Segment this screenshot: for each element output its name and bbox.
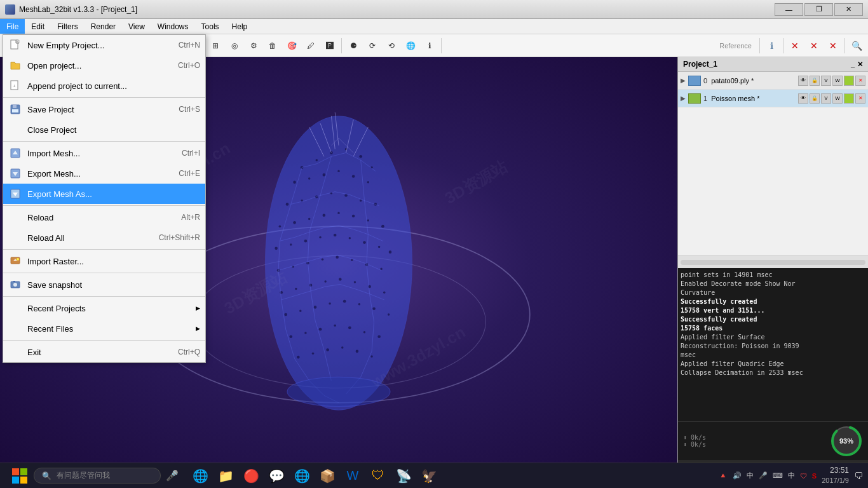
menu-recent-projects[interactable]: Recent Projects <box>3 298 205 318</box>
export-mesh-label: Export Mesh... <box>27 169 179 179</box>
menu-save-project[interactable]: Save Project Ctrl+S <box>3 99 205 119</box>
taskbar-system: 🔺 🔊 中 🎤 ⌨ 中 🛡 S 23:51 2017/1/9 🗨 <box>719 465 863 485</box>
toolbar-btn-14[interactable]: 🖊 <box>302 37 320 55</box>
toolbar-btn-11[interactable]: ⚙ <box>245 37 262 55</box>
menu-reload[interactable]: Reload Alt+R <box>3 207 205 227</box>
download-speed: ⬇ 0k/s <box>683 441 825 448</box>
layer-color-1[interactable] <box>844 93 854 104</box>
toolbar-info[interactable]: ℹ <box>763 37 780 55</box>
log-line-6: Applied filter Quadric EdgeCollapse Deci… <box>681 360 865 377</box>
save-project-label: Save Project <box>27 105 179 114</box>
layer-wire-1[interactable]: W <box>832 93 843 104</box>
svg-point-33 <box>319 236 321 238</box>
menu-windows[interactable]: Windows <box>151 19 195 34</box>
svg-rect-111 <box>13 281 15 282</box>
layer-vert-0[interactable]: V <box>821 76 831 86</box>
open-project-label: Open project... <box>27 61 178 71</box>
layer-expand-0: ▶ <box>681 77 688 84</box>
toolbar-delete-1[interactable]: ✕ <box>786 37 804 55</box>
menu-edit[interactable]: Edit <box>25 19 51 34</box>
layer-del-1[interactable]: ✕ <box>855 93 865 104</box>
toolbar-btn-12[interactable]: 🗑 <box>264 37 281 55</box>
toolbar-btn-17[interactable]: ⟳ <box>363 37 381 55</box>
panel-scrollbar[interactable] <box>678 255 868 268</box>
window-controls: — ❐ ✕ <box>775 3 863 16</box>
panel-close-btn[interactable]: ✕ <box>857 60 863 69</box>
svg-text:+: + <box>13 83 16 89</box>
layer-eye-0[interactable]: 👁 <box>798 76 808 86</box>
taskbar-app5[interactable]: 🦅 <box>417 464 440 487</box>
layer-item-0[interactable]: ▶ 0 patato09.ply * 👁 🔒 V W ✕ <box>678 72 868 90</box>
toolbar-delete-2[interactable]: ✕ <box>805 37 823 55</box>
taskbar-mic[interactable]: 🎤 <box>161 464 184 487</box>
menu-new-empty-project[interactable]: New Empty Project... Ctrl+N <box>3 35 205 55</box>
taskbar-notif[interactable]: 🗨 <box>854 471 863 481</box>
toolbar-btn-16[interactable]: ⚈ <box>344 37 362 55</box>
layer-color-0[interactable] <box>844 76 854 86</box>
titlebar-left: MeshLab_32bit v1.3.3 - [Project_1] <box>5 4 137 15</box>
minimize-button[interactable]: — <box>775 3 803 16</box>
save-snapshot-label: Save snapshot <box>27 280 200 290</box>
taskbar-vpn[interactable]: 🛡 <box>367 464 390 487</box>
toolbar-btn-18[interactable]: ⟲ <box>383 37 400 55</box>
toolbar-btn-20[interactable]: ℹ <box>421 37 438 55</box>
taskbar-chrome[interactable]: 🌐 <box>290 464 313 487</box>
start-button[interactable] <box>5 464 34 487</box>
menu-append-project[interactable]: + Append project to current... <box>3 76 205 96</box>
svg-point-24 <box>308 218 310 220</box>
menu-import-raster[interactable]: Import Raster... <box>3 251 205 271</box>
file-dropdown-menu: New Empty Project... Ctrl+N Open project… <box>3 34 206 363</box>
layer-lock-1[interactable]: 🔒 <box>810 93 820 104</box>
menu-open-project[interactable]: Open project... Ctrl+O <box>3 55 205 76</box>
menu-close-project[interactable]: Close Project <box>3 119 205 140</box>
menu-export-mesh-as[interactable]: Export Mesh As... <box>3 184 205 204</box>
layer-controls-1: 👁 🔒 V W ✕ <box>798 93 865 104</box>
toolbar-btn-13[interactable]: 🎯 <box>283 37 301 55</box>
toolbar-sep-7 <box>783 38 783 53</box>
svg-point-59 <box>343 300 346 303</box>
menu-exit[interactable]: Exit Ctrl+Q <box>3 342 205 362</box>
svg-point-15 <box>286 203 289 206</box>
layer-wire-0[interactable]: W <box>832 76 843 86</box>
taskbar-wechat[interactable]: 💬 <box>265 464 288 487</box>
menu-help[interactable]: Help <box>226 19 254 34</box>
layer-del-0[interactable]: ✕ <box>855 76 865 86</box>
svg-rect-112 <box>12 468 19 475</box>
menu-view[interactable]: View <box>122 19 151 34</box>
speed-display: ⬆ 0k/s ⬇ 0k/s <box>683 434 825 448</box>
toolbar-btn-19[interactable]: 🌐 <box>402 37 419 55</box>
log-line-2: Enabled Decorate mode Show NorCurvature <box>681 280 865 297</box>
menu-file[interactable]: File <box>0 19 25 34</box>
svg-point-13 <box>352 175 355 178</box>
recent-projects-icon <box>8 301 22 315</box>
toolbar-btn-10[interactable]: ◎ <box>226 37 243 55</box>
close-button[interactable]: ✕ <box>834 3 863 16</box>
toolbar-delete-3[interactable]: ✕ <box>824 37 842 55</box>
taskbar-app3[interactable]: W <box>341 464 364 487</box>
maximize-button[interactable]: ❐ <box>804 3 833 16</box>
menu-tools[interactable]: Tools <box>195 19 226 34</box>
menu-render[interactable]: Render <box>85 19 122 34</box>
toolbar-btn-15[interactable]: 🅿 <box>321 37 339 55</box>
import-raster-label: Import Raster... <box>27 257 200 266</box>
taskbar-edge[interactable]: 🌐 <box>189 464 212 487</box>
separator-5 <box>3 273 205 273</box>
toolbar-search[interactable]: 🔍 <box>848 37 865 55</box>
taskbar-app4[interactable]: 📡 <box>392 464 415 487</box>
taskbar-folder[interactable]: 📁 <box>214 464 237 487</box>
menu-recent-files[interactable]: Recent Files <box>3 318 205 339</box>
menu-import-mesh[interactable]: Import Mesh... Ctrl+I <box>3 143 205 163</box>
layer-vert-1[interactable]: V <box>821 93 831 104</box>
layer-lock-0[interactable]: 🔒 <box>810 76 820 86</box>
layer-item-1[interactable]: ▶ 1 Poisson mesh * 👁 🔒 V W ✕ <box>678 90 868 107</box>
menu-reload-all[interactable]: Reload All Ctrl+Shift+R <box>3 227 205 248</box>
taskbar-app2[interactable]: 📦 <box>316 464 339 487</box>
menu-filters[interactable]: Filters <box>51 19 85 34</box>
layer-eye-1[interactable]: 👁 <box>798 93 808 104</box>
taskbar-app1[interactable]: 🔴 <box>240 464 262 487</box>
taskbar-search[interactable]: 🔍 有问题尽管问我 <box>34 468 161 484</box>
toolbar-btn-9[interactable]: ⊞ <box>207 37 224 55</box>
menu-export-mesh[interactable]: Export Mesh... Ctrl+E <box>3 163 205 184</box>
menu-save-snapshot[interactable]: Save snapshot <box>3 274 205 295</box>
panel-minimize-btn[interactable]: _ <box>851 60 855 69</box>
